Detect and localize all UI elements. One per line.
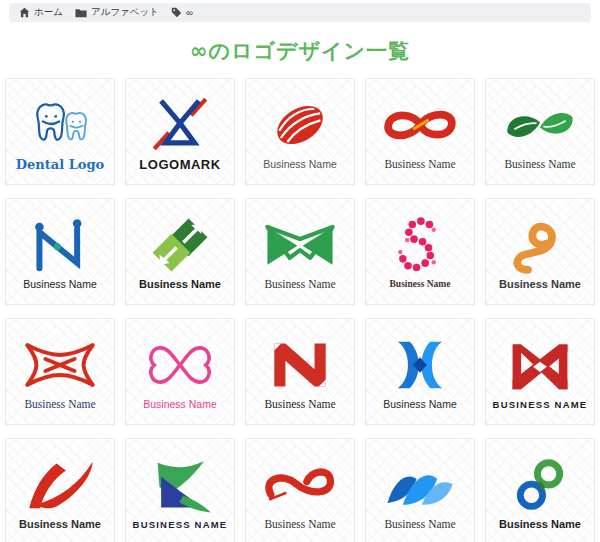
business-name-label: Business Name: [263, 159, 337, 170]
logo-card[interactable]: Business Name: [245, 438, 355, 542]
breadcrumb-label: アルファベット: [91, 6, 159, 19]
business-name-label: Business Name: [264, 399, 335, 411]
green-arrow-squares-logo-icon: [136, 213, 224, 277]
business-name-label: Business Name: [499, 279, 581, 290]
pink-floral-s-logo-icon: [376, 214, 464, 278]
logo-card[interactable]: Business Name: [485, 78, 595, 185]
tag-icon: [171, 7, 182, 18]
logo-card[interactable]: Business Name: [485, 438, 595, 542]
logo-card[interactable]: Business Name: [245, 198, 355, 305]
hourglass-x-logo-icon: [136, 92, 224, 156]
logo-card[interactable]: BUSINESS NAME: [485, 318, 595, 425]
business-name-label: Business Name: [499, 519, 581, 530]
logo-card[interactable]: Business Name: [485, 198, 595, 305]
breadcrumb-label: ∞: [186, 7, 193, 18]
logo-card[interactable]: Business Name: [365, 198, 475, 305]
logo-card[interactable]: Business Name: [125, 198, 235, 305]
business-name-label: Business Name: [264, 279, 335, 291]
business-name-label: Business Name: [139, 279, 221, 290]
logo-card[interactable]: Business Name: [5, 198, 115, 305]
folder-icon: [75, 8, 87, 18]
logo-card[interactable]: BUSINESS NAME: [125, 438, 235, 542]
logo-card[interactable]: Business Name: [365, 78, 475, 185]
red-swoosh-n-logo-icon: [16, 453, 104, 517]
business-name-label: Business Name: [383, 399, 457, 410]
logo-card[interactable]: Business Name: [365, 438, 475, 542]
blue-green-ribbon-s-logo-icon: [496, 453, 584, 517]
green-leaf-infinity-logo-icon: [496, 93, 584, 157]
business-name-label: Dental Logo: [16, 158, 104, 171]
business-name-label: Business Name: [384, 519, 455, 531]
breadcrumb-label: ホーム: [34, 6, 63, 19]
red-m-arrows-logo-icon: [496, 334, 584, 398]
logo-gallery-grid: Dental Logo LOGOMARK Busin: [0, 78, 600, 542]
breadcrumb-item-category[interactable]: アルファベット: [75, 6, 159, 19]
red-angular-n-logo-icon: [256, 333, 344, 397]
business-name-label: Business Name: [384, 159, 455, 171]
home-icon: [19, 7, 30, 18]
blue-3d-x-logo-icon: [376, 333, 464, 397]
breadcrumb-item-home[interactable]: ホーム: [19, 6, 63, 19]
business-name-label: BUSINESS NAME: [493, 400, 588, 410]
business-name-label: Business Name: [390, 280, 451, 290]
business-name-label: Business Name: [143, 399, 217, 410]
blue-n-nodes-logo-icon: [16, 213, 104, 277]
blue-wave-n-logo-icon: [376, 453, 464, 517]
green-blue-xz-logo-icon: [136, 454, 224, 518]
logo-card[interactable]: Business Name: [5, 318, 115, 425]
orange-p-spiral-logo-icon: [496, 213, 584, 277]
pink-hearts-infinity-logo-icon: [136, 333, 224, 397]
breadcrumb-item-tag[interactable]: ∞: [171, 7, 193, 18]
business-name-label: Business Name: [19, 519, 101, 530]
business-name-label: Business Name: [264, 519, 335, 531]
logo-card[interactable]: Business Name: [245, 78, 355, 185]
logo-card[interactable]: Dental Logo: [5, 78, 115, 185]
dental-teeth-logo-icon: [16, 92, 104, 156]
red-swirl-oval-logo-icon: [256, 93, 344, 157]
logo-card[interactable]: Business Name: [245, 318, 355, 425]
logo-card[interactable]: Business Name: [365, 318, 475, 425]
breadcrumb: ホーム アルファベット ∞: [9, 3, 591, 22]
business-name-label: Business Name: [504, 159, 575, 171]
page-title: ∞のロゴデザイン一覧: [0, 37, 600, 65]
logo-card[interactable]: Business Name: [125, 318, 235, 425]
business-name-label: Business Name: [24, 399, 95, 411]
red-infinity-ribbon-logo-icon: [376, 93, 464, 157]
logo-card[interactable]: LOGOMARK: [125, 78, 235, 185]
business-name-label: BUSINESS NAME: [133, 520, 228, 530]
green-bowtie-m-logo-icon: [256, 213, 344, 277]
business-name-label: Business Name: [23, 279, 97, 290]
logo-card[interactable]: Business Name: [5, 438, 115, 542]
red-infinity-swoosh-logo-icon: [256, 453, 344, 517]
red-butterfly-knot-logo-icon: [16, 333, 104, 397]
business-name-label: LOGOMARK: [139, 158, 220, 171]
